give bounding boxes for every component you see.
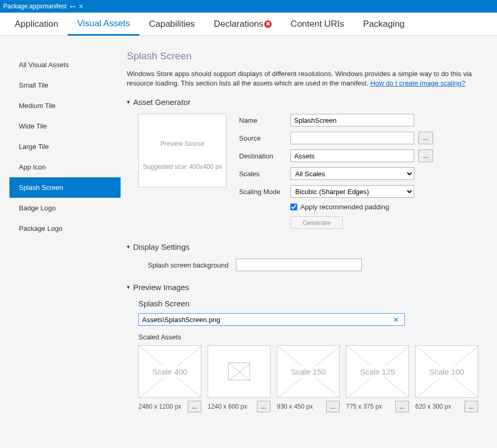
destination-input[interactable] [290,150,414,162]
tab-capabilities[interactable]: Capabilities [139,13,204,35]
preview-source-box[interactable]: Preview Source Suggested size: 400x400 p… [138,114,226,187]
document-tab[interactable]: Package.appxmanifest ⊷ ✕ [0,0,87,13]
intro-link[interactable]: How do I create image scaling? [370,79,465,87]
thumb-scale-400: Scale 400 2480 x 1200 px ... [138,345,201,412]
thumb-box[interactable]: Scale 125 [346,345,409,398]
top-nav: Application Visual Assets Capabilities D… [0,13,497,36]
preview-source-label: Preview Source [160,140,204,147]
sidebar-item-badge-logo[interactable]: Badge Logo [9,198,121,218]
splash-bg-label: Splash screen background [148,261,229,269]
clear-icon[interactable]: ✕ [391,316,401,324]
sidebar-item-large-tile[interactable]: Large Tile [9,136,121,157]
sidebar: All Visual Assets Small Tile Medium Tile… [0,36,121,448]
thumb-browse-button[interactable]: ... [464,401,478,412]
thumb-browse-button[interactable]: ... [257,401,271,412]
thumb-label: Scale 125 [358,366,397,377]
destination-browse-button[interactable]: ... [418,150,433,162]
splash-bg-input[interactable] [236,259,362,271]
thumb-box[interactable]: Scale 150 [277,345,340,398]
thumb-box[interactable]: Scale 100 [415,345,478,398]
tab-application[interactable]: Application [5,13,68,35]
chevron-down-icon: ▾ [127,99,130,105]
destination-label: Destination [239,152,286,160]
name-input[interactable] [290,114,414,126]
scales-label: Scales [239,170,286,178]
intro-text: Windows Store apps should support displa… [127,69,491,88]
thumb-scale-150: Scale 150 930 x 450 px ... [277,345,340,412]
name-label: Name [239,116,286,124]
thumb-size: 775 x 375 px [346,403,382,410]
apply-padding-label: Apply recommended padding [300,203,389,211]
thumb-size: 1240 x 600 px [208,403,247,410]
scaled-assets-label: Scaled Assets [138,333,491,341]
asset-generator-form: Name Source ... Destination ... Scales A… [239,114,435,229]
main-content: Splash Screen Windows Store apps should … [121,36,497,448]
thumb-box[interactable] [208,345,271,398]
splash-path-input[interactable] [142,316,391,324]
chevron-down-icon: ▾ [127,243,130,250]
close-icon[interactable]: ✕ [79,3,83,10]
section-display-settings[interactable]: ▾ Display Settings [127,242,491,251]
sidebar-item-wide-tile[interactable]: Wide Tile [9,116,121,136]
thumb-existing-image [228,362,250,380]
sidebar-item-app-icon[interactable]: App Icon [9,157,121,177]
apply-padding-checkbox[interactable] [290,204,297,210]
splash-path-field[interactable]: ✕ [138,313,405,326]
preview-suggested-size: Suggested size: 400x400 px [143,163,222,170]
thumb-browse-button[interactable]: ... [326,401,340,412]
thumb-label: Scale 100 [427,366,467,377]
thumb-label: Scale 400 [150,366,190,377]
thumb-size: 2480 x 1200 px [138,403,181,410]
error-icon: ✖ [264,20,272,28]
sidebar-item-splash-screen[interactable]: Splash Screen [9,177,121,198]
thumb-scale-100: Scale 100 620 x 300 px ... [415,345,478,412]
thumb-browse-button[interactable]: ... [395,401,409,412]
thumb-box[interactable]: Scale 400 [138,345,201,398]
section-preview-images[interactable]: ▾ Preview Images [127,283,491,292]
preview-images-subtitle: Splash Screen [138,299,491,308]
sidebar-item-all-visual-assets[interactable]: All Visual Assets [9,55,121,75]
document-tab-bar: Package.appxmanifest ⊷ ✕ [0,0,497,13]
thumb-size: 620 x 300 px [415,403,451,410]
sidebar-item-medium-tile[interactable]: Medium Tile [9,95,121,116]
sidebar-item-small-tile[interactable]: Small Tile [9,75,121,95]
tab-packaging[interactable]: Packaging [353,13,414,35]
thumb-scale-125: Scale 125 775 x 375 px ... [346,345,409,412]
thumb-scale-200: 1240 x 600 px ... [208,345,271,412]
pin-icon[interactable]: ⊷ [70,3,75,10]
scaling-mode-label: Scaling Mode [239,188,286,196]
source-input[interactable] [290,132,414,144]
tab-visual-assets[interactable]: Visual Assets [68,13,139,36]
scales-select[interactable]: All Scales [290,167,414,180]
generate-button: Generate [290,216,343,229]
thumb-browse-button[interactable]: ... [188,401,201,412]
source-browse-button[interactable]: ... [418,132,433,144]
thumb-size: 930 x 450 px [277,403,313,410]
sidebar-item-package-logo[interactable]: Package Logo [9,218,121,239]
scaled-assets-row: Scale 400 2480 x 1200 px ... 1240 x 60 [138,345,491,412]
section-asset-generator[interactable]: ▾ Asset Generator [127,98,491,106]
tab-content-uris[interactable]: Content URIs [281,13,353,35]
source-label: Source [239,134,286,142]
document-tab-title: Package.appxmanifest [3,3,67,10]
tab-declarations[interactable]: Declarations✖ [204,13,282,35]
scaling-mode-select[interactable]: Bicubic (Sharper Edges) [290,185,414,198]
thumb-label: Scale 150 [289,366,328,377]
page-title: Splash Screen [127,50,491,62]
chevron-down-icon: ▾ [127,284,130,291]
